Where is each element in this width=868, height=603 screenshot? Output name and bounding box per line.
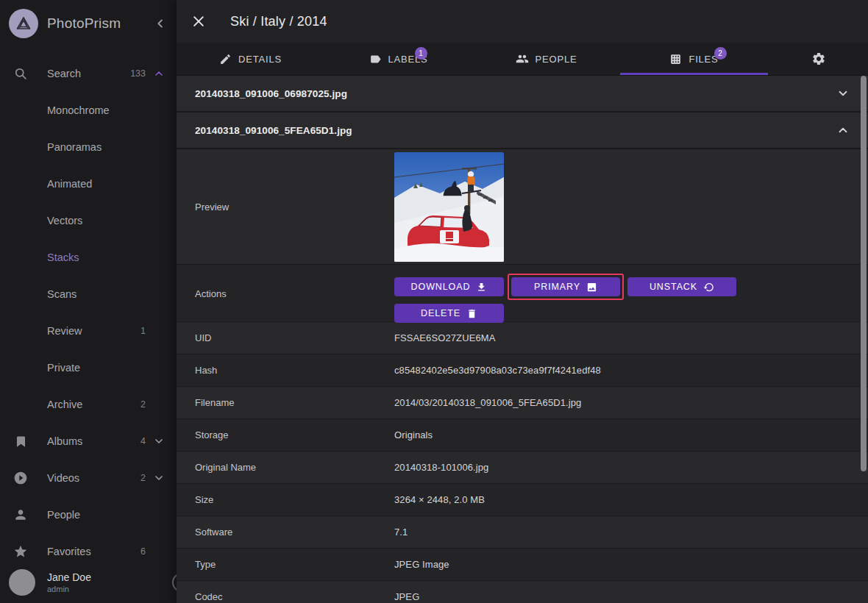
count-badge: 6: [140, 546, 146, 557]
pencil-icon: [219, 53, 232, 65]
detail-row-filename: Filename 2014/03/20140318_091006_5FEA65D…: [177, 387, 868, 419]
sidebar-collapse-button[interactable]: [152, 15, 169, 32]
search-icon: [12, 65, 29, 82]
detail-row-software: Software 7.1: [177, 516, 868, 549]
image-icon: [586, 282, 597, 293]
detail-row-uid: UID FSSAE6SO27ZUE6MA: [177, 322, 868, 354]
download-icon: [476, 282, 487, 293]
scrollbar: [859, 76, 868, 603]
user-role: admin: [47, 585, 91, 593]
count-badge: 2: [140, 473, 146, 483]
sidebar-item-search[interactable]: Search 133: [0, 55, 177, 92]
sidebar-item-favorites[interactable]: Favorites 6: [0, 533, 177, 570]
sidebar-item-people[interactable]: People: [0, 496, 177, 533]
sidebar-item-stacks[interactable]: Stacks: [0, 239, 177, 276]
gear-icon: [811, 51, 826, 66]
dialog-tabs: DETAILS LABELS 1 PEOPLE FILES 2: [177, 43, 868, 76]
count-badge: 2: [140, 399, 146, 410]
detail-row-type: Type JPEG Image: [177, 549, 868, 581]
preview-row: Preview: [177, 149, 868, 265]
sidebar-menu: Search 133 Monochrome Panoramas Animated…: [0, 55, 177, 570]
play-circle-icon: [12, 469, 29, 487]
star-icon: [12, 543, 29, 560]
sidebar-item-panoramas[interactable]: Panoramas: [0, 129, 177, 165]
close-button[interactable]: [190, 13, 207, 30]
preview-image[interactable]: [394, 152, 504, 262]
count-badge: 4: [140, 436, 146, 446]
tab-people[interactable]: PEOPLE: [472, 43, 620, 75]
sidebar: PhotoPrism Search 133 Monochrome Panoram…: [0, 0, 177, 603]
scrollbar-thumb[interactable]: [861, 76, 867, 471]
people-icon: [516, 52, 529, 65]
detail-row-size: Size 3264 × 2448, 2.0 MB: [177, 484, 868, 516]
detail-row-storage: Storage Originals: [177, 419, 868, 452]
actions-label: Actions: [177, 288, 394, 299]
sidebar-item-archive[interactable]: Archive 2: [0, 386, 177, 423]
preview-label: Preview: [177, 201, 394, 213]
user-name: Jane Doe: [47, 571, 91, 583]
annotation-highlight-box: PRIMARY: [508, 274, 624, 300]
sidebar-item-private[interactable]: Private: [0, 349, 177, 386]
file-name: 20140318_091006_5FEA65D1.jpg: [195, 125, 834, 136]
file-row-collapsed[interactable]: 20140318_091006_06987025.jpg: [177, 76, 868, 113]
tab-files[interactable]: FILES 2: [620, 43, 768, 75]
tab-settings-button[interactable]: [769, 43, 868, 75]
download-button[interactable]: DOWNLOAD: [394, 277, 504, 296]
file-name: 20140318_091006_06987025.jpg: [195, 88, 834, 99]
app-header: PhotoPrism: [0, 0, 177, 47]
sidebar-item-vectors[interactable]: Vectors: [0, 202, 177, 239]
app-title: PhotoPrism: [47, 15, 152, 32]
bookmark-icon: [12, 432, 29, 450]
chevron-down-icon[interactable]: [834, 85, 852, 102]
dialog-titlebar: Ski / Italy / 2014: [177, 0, 868, 43]
count-badge: 1: [140, 326, 146, 336]
tab-labels[interactable]: LABELS 1: [324, 43, 472, 75]
actions-row: Actions DOWNLOAD PRIMARY UNSTACK: [177, 265, 868, 322]
sidebar-item-review[interactable]: Review 1: [0, 313, 177, 349]
unstack-button[interactable]: UNSTACK: [627, 277, 736, 296]
files-count-badge: 2: [714, 47, 727, 60]
detail-row-original-name: Original Name 20140318-101006.jpg: [177, 452, 868, 484]
chevron-down-icon[interactable]: [150, 469, 168, 487]
file-strip-icon: [669, 53, 682, 65]
file-row-expanded[interactable]: 20140318_091006_5FEA65D1.jpg: [177, 113, 868, 149]
sidebar-item-scans[interactable]: Scans: [0, 276, 177, 313]
sidebar-item-videos[interactable]: Videos 2: [0, 460, 177, 496]
sidebar-item-albums[interactable]: Albums 4: [0, 423, 177, 460]
close-icon: [191, 14, 206, 29]
person-icon: [12, 506, 29, 524]
dialog-title: Ski / Italy / 2014: [230, 14, 327, 29]
restore-icon: [703, 282, 714, 293]
user-account[interactable]: Jane Doe admin: [0, 566, 177, 599]
trash-icon: [466, 308, 477, 319]
chevron-down-icon[interactable]: [150, 432, 168, 450]
chevron-up-icon[interactable]: [834, 121, 852, 139]
primary-button[interactable]: PRIMARY: [511, 277, 620, 296]
sidebar-item-animated[interactable]: Animated: [0, 165, 177, 202]
detail-row-hash: Hash c85482402e5e3d97908a03c73ea9f7f4241…: [177, 354, 868, 387]
label-icon: [369, 53, 382, 65]
avatar: [9, 569, 35, 596]
delete-button[interactable]: DELETE: [394, 304, 504, 323]
file-details-dialog: Ski / Italy / 2014 DETAILS LABELS 1 PEOP…: [177, 0, 868, 603]
chevron-left-icon: [154, 17, 167, 30]
tab-details[interactable]: DETAILS: [177, 43, 324, 75]
count-badge: 133: [130, 68, 146, 79]
chevron-up-icon[interactable]: [150, 65, 168, 82]
sidebar-item-monochrome[interactable]: Monochrome: [0, 92, 177, 129]
detail-row-codec: Codec JPEG: [177, 581, 868, 603]
photoprism-logo-icon[interactable]: [9, 9, 38, 38]
labels-count-badge: 1: [415, 47, 427, 60]
